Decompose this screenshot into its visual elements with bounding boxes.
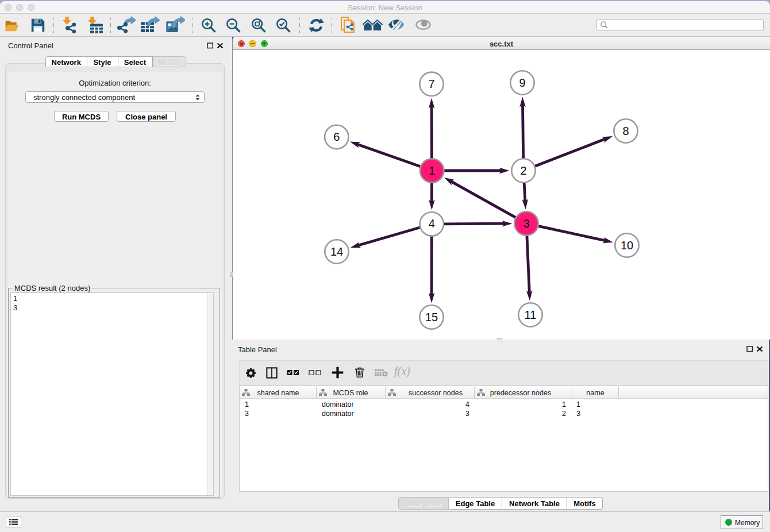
svg-text:8: 8 [622,125,629,137]
svg-text:3: 3 [523,217,529,230]
svg-text:7: 7 [428,78,434,90]
svg-text:15: 15 [425,311,438,323]
svg-text:11: 11 [525,309,537,321]
svg-text:10: 10 [621,239,633,252]
svg-text:1: 1 [429,164,435,177]
svg-text:6: 6 [333,130,340,143]
svg-text:2: 2 [520,164,526,177]
svg-text:9: 9 [519,76,525,89]
svg-text:14: 14 [330,245,343,258]
svg-text:4: 4 [429,217,435,230]
